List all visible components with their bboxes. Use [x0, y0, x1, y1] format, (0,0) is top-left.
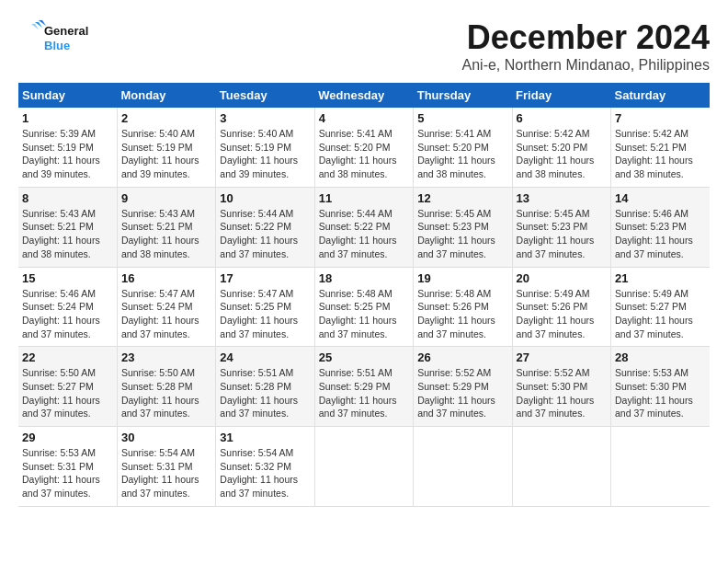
list-item: 12 Sunrise: 5:45 AMSunset: 5:23 PMDaylig…	[414, 187, 512, 267]
list-item: 14 Sunrise: 5:46 AMSunset: 5:23 PMDaylig…	[611, 187, 710, 267]
list-item: 28 Sunrise: 5:53 AMSunset: 5:30 PMDaylig…	[611, 347, 710, 427]
list-item: 30 Sunrise: 5:54 AMSunset: 5:31 PMDaylig…	[117, 427, 215, 507]
list-item: 22 Sunrise: 5:50 AMSunset: 5:27 PMDaylig…	[18, 347, 117, 427]
list-item: 21 Sunrise: 5:49 AMSunset: 5:27 PMDaylig…	[611, 267, 710, 347]
list-item: 25 Sunrise: 5:51 AMSunset: 5:29 PMDaylig…	[314, 347, 413, 427]
list-item: 17 Sunrise: 5:47 AMSunset: 5:25 PMDaylig…	[216, 267, 314, 347]
list-item: 18 Sunrise: 5:48 AMSunset: 5:25 PMDaylig…	[314, 267, 413, 347]
empty-cell	[314, 427, 413, 507]
list-item: 23 Sunrise: 5:50 AMSunset: 5:28 PMDaylig…	[117, 347, 215, 427]
list-item: 7 Sunrise: 5:42 AMSunset: 5:21 PMDayligh…	[611, 108, 710, 187]
list-item: 27 Sunrise: 5:52 AMSunset: 5:30 PMDaylig…	[512, 347, 610, 427]
list-item: 11 Sunrise: 5:44 AMSunset: 5:22 PMDaylig…	[314, 187, 413, 267]
calendar-title: December 2024	[462, 18, 710, 57]
header-wednesday: Wednesday	[314, 83, 413, 108]
list-item: 13 Sunrise: 5:45 AMSunset: 5:23 PMDaylig…	[512, 187, 610, 267]
page-header: General Blue December 2024 Ani-e, Northe…	[18, 18, 710, 74]
list-item: 8 Sunrise: 5:43 AMSunset: 5:21 PMDayligh…	[18, 187, 117, 267]
list-item: 1 Sunrise: 5:39 AMSunset: 5:19 PMDayligh…	[18, 108, 117, 187]
list-item: 24 Sunrise: 5:51 AMSunset: 5:28 PMDaylig…	[216, 347, 314, 427]
list-item: 9 Sunrise: 5:43 AMSunset: 5:21 PMDayligh…	[117, 187, 215, 267]
table-row: 29 Sunrise: 5:53 AMSunset: 5:31 PMDaylig…	[18, 427, 710, 507]
list-item: 19 Sunrise: 5:48 AMSunset: 5:26 PMDaylig…	[414, 267, 512, 347]
table-row: 15 Sunrise: 5:46 AMSunset: 5:24 PMDaylig…	[18, 267, 710, 347]
list-item: 10 Sunrise: 5:44 AMSunset: 5:22 PMDaylig…	[216, 187, 314, 267]
svg-text:General: General	[44, 24, 88, 38]
header-thursday: Thursday	[414, 83, 512, 108]
calendar-subtitle: Ani-e, Northern Mindanao, Philippines	[462, 57, 710, 74]
list-item: 20 Sunrise: 5:49 AMSunset: 5:26 PMDaylig…	[512, 267, 610, 347]
header-tuesday: Tuesday	[216, 83, 314, 108]
header-sunday: Sunday	[18, 83, 117, 108]
list-item: 29 Sunrise: 5:53 AMSunset: 5:31 PMDaylig…	[18, 427, 117, 507]
svg-marker-4	[31, 24, 39, 29]
empty-cell	[611, 427, 710, 507]
svg-text:Blue: Blue	[44, 39, 70, 52]
header-saturday: Saturday	[611, 83, 710, 108]
list-item: 5 Sunrise: 5:41 AMSunset: 5:20 PMDayligh…	[414, 108, 512, 187]
list-item: 3 Sunrise: 5:40 AMSunset: 5:19 PMDayligh…	[216, 108, 314, 187]
calendar-header-row: Sunday Monday Tuesday Wednesday Thursday…	[18, 83, 710, 108]
empty-cell	[414, 427, 512, 507]
header-monday: Monday	[117, 83, 215, 108]
title-section: December 2024 Ani-e, Northern Mindanao, …	[462, 18, 710, 74]
list-item: 2 Sunrise: 5:40 AMSunset: 5:19 PMDayligh…	[117, 108, 215, 187]
list-item: 26 Sunrise: 5:52 AMSunset: 5:29 PMDaylig…	[414, 347, 512, 427]
table-row: 1 Sunrise: 5:39 AMSunset: 5:19 PMDayligh…	[18, 108, 710, 187]
logo-svg: General Blue	[18, 18, 101, 59]
table-row: 8 Sunrise: 5:43 AMSunset: 5:21 PMDayligh…	[18, 187, 710, 267]
list-item: 16 Sunrise: 5:47 AMSunset: 5:24 PMDaylig…	[117, 267, 215, 347]
empty-cell	[512, 427, 610, 507]
header-friday: Friday	[512, 83, 610, 108]
calendar-table: Sunday Monday Tuesday Wednesday Thursday…	[18, 83, 710, 507]
list-item: 4 Sunrise: 5:41 AMSunset: 5:20 PMDayligh…	[314, 108, 413, 187]
list-item: 31 Sunrise: 5:54 AMSunset: 5:32 PMDaylig…	[216, 427, 314, 507]
list-item: 6 Sunrise: 5:42 AMSunset: 5:20 PMDayligh…	[512, 108, 610, 187]
table-row: 22 Sunrise: 5:50 AMSunset: 5:27 PMDaylig…	[18, 347, 710, 427]
logo: General Blue	[18, 18, 101, 59]
list-item: 15 Sunrise: 5:46 AMSunset: 5:24 PMDaylig…	[18, 267, 117, 347]
